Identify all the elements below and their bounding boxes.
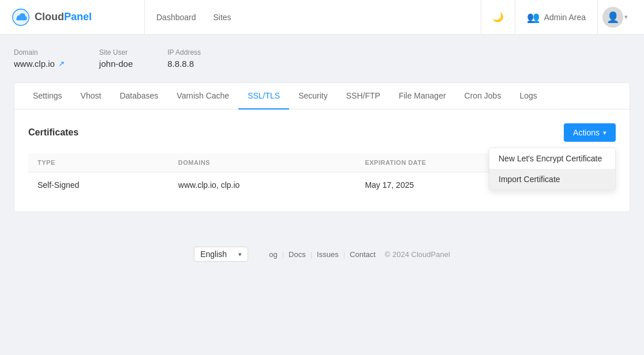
action-import[interactable]: Import Certificate [489, 169, 615, 190]
domain-value: www.clp.io [14, 59, 55, 69]
avatar-circle: 👤 [602, 7, 623, 28]
language-select[interactable]: English [200, 250, 236, 259]
tab-content-ssl: Certificates Actions ▾ New Let's Encrypt… [14, 109, 630, 212]
cell-type: Self-Signed [28, 172, 169, 198]
logo-text: CloudPanel [35, 11, 92, 23]
cell-domains: www.clp.io, clp.io [169, 172, 356, 198]
actions-label: Actions [573, 128, 600, 137]
site-user-label: Site User [99, 48, 133, 56]
language-selector[interactable]: English ▾ [194, 247, 248, 262]
admin-icon: 👥 [527, 11, 540, 24]
domain-value-row: www.clp.io ↗ [14, 59, 65, 69]
logo-icon [12, 8, 30, 27]
domain-info: Domain www.clp.io ↗ Site User john-doe I… [14, 48, 630, 69]
tab-sshftp[interactable]: SSH/FTP [337, 83, 390, 109]
footer-link-og[interactable]: og [264, 250, 282, 259]
col-domains: DOMAINS [169, 153, 356, 172]
certificates-header: Certificates Actions ▾ New Let's Encrypt… [28, 123, 616, 142]
theme-toggle[interactable]: 🌙 [481, 0, 515, 35]
ip-info-item: IP Address 8.8.8.8 [167, 48, 201, 69]
ip-value: 8.8.8.8 [167, 59, 194, 69]
logo: CloudPanel [12, 8, 144, 27]
site-user-value-row: john-doe [99, 59, 133, 69]
certificates-title: Certificates [28, 127, 78, 138]
actions-container: Actions ▾ New Let's Encrypt Certificate … [564, 123, 616, 142]
external-link-icon[interactable]: ↗ [58, 59, 65, 68]
tab-databases[interactable]: Databases [110, 83, 167, 109]
tab-logs[interactable]: Logs [510, 83, 546, 109]
tab-cronjobs[interactable]: Cron Jobs [455, 83, 511, 109]
footer-copyright: © 2024 CloudPanel [380, 250, 450, 259]
admin-label: Admin Area [544, 13, 586, 22]
tab-list: Settings Vhost Databases Varnish Cache S… [14, 83, 630, 109]
tab-varnish[interactable]: Varnish Cache [167, 83, 238, 109]
domain-label: Domain [14, 48, 65, 56]
tab-security[interactable]: Security [289, 83, 337, 109]
main-nav: Dashboard Sites [144, 0, 481, 34]
site-user-value: john-doe [99, 59, 133, 69]
avatar-icon: 👤 [606, 11, 619, 24]
tab-settings[interactable]: Settings [24, 83, 72, 109]
header: CloudPanel Dashboard Sites 🌙 👥 Admin Are… [0, 0, 644, 35]
col-type: TYPE [28, 153, 169, 172]
admin-area-button[interactable]: 👥 Admin Area [515, 0, 598, 35]
header-right: 🌙 👥 Admin Area 👤 ▾ [481, 0, 632, 35]
footer: English ▾ og | Docs | Issues | Contact ©… [0, 235, 644, 273]
nav-dashboard[interactable]: Dashboard [156, 13, 196, 22]
site-user-info-item: Site User john-doe [99, 48, 133, 69]
tab-filemanager[interactable]: File Manager [390, 83, 455, 109]
actions-dropdown-menu: New Let's Encrypt Certificate Import Cer… [489, 148, 616, 190]
tabs-card: Settings Vhost Databases Varnish Cache S… [14, 82, 630, 212]
tab-ssl[interactable]: SSL/TLS [238, 83, 289, 109]
nav-sites[interactable]: Sites [214, 13, 231, 22]
footer-link-docs[interactable]: Docs [284, 250, 310, 259]
domain-info-item: Domain www.clp.io ↗ [14, 48, 65, 69]
footer-links: og | Docs | Issues | Contact © 2024 Clou… [264, 250, 450, 259]
footer-link-contact[interactable]: Contact [345, 250, 380, 259]
ip-value-row: 8.8.8.8 [167, 59, 201, 69]
footer-row: English ▾ og | Docs | Issues | Contact ©… [12, 247, 632, 262]
actions-button[interactable]: Actions ▾ [564, 123, 616, 142]
user-dropdown-arrow: ▾ [624, 13, 628, 21]
ip-label: IP Address [167, 48, 201, 56]
user-avatar-button[interactable]: 👤 ▾ [598, 0, 632, 35]
page-content: Domain www.clp.io ↗ Site User john-doe I… [0, 35, 644, 212]
chevron-down-icon: ▾ [238, 251, 242, 258]
dropdown-arrow-icon: ▾ [603, 129, 606, 137]
tab-vhost[interactable]: Vhost [72, 83, 111, 109]
action-letsencrypt[interactable]: New Let's Encrypt Certificate [489, 148, 615, 169]
footer-link-issues[interactable]: Issues [312, 250, 343, 259]
